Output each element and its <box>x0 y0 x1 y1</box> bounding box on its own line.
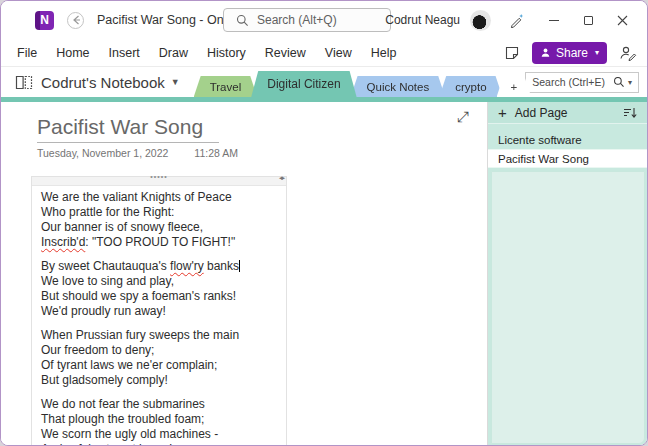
menu-items: FileHomeInsertDrawHistoryReviewViewHelp <box>17 46 396 60</box>
search-scope-chevron-icon[interactable]: ▾ <box>628 78 632 87</box>
section-tab-travel[interactable]: Travel <box>194 76 258 97</box>
titlebar-right: Codrut Neagu <box>385 1 639 39</box>
page-sidebar: + Add Page Licente softwarePacifist War … <box>487 102 647 446</box>
poem-line: We'd proudly run away! <box>41 304 286 319</box>
share-label: Share <box>556 46 588 60</box>
poem-line: Of tyrant laws we ne'er complain; <box>41 358 286 373</box>
page-canvas[interactable]: ⤢ Pacifist War Song Tuesday, November 1,… <box>1 102 487 446</box>
close-button[interactable] <box>605 5 639 35</box>
menu-bar: FileHomeInsertDrawHistoryReviewViewHelp … <box>1 39 647 67</box>
feedback-person-pen-icon[interactable] <box>619 45 637 61</box>
page-date: Tuesday, November 1, 2022 <box>37 147 168 159</box>
maximize-icon <box>584 16 593 25</box>
pen-icon <box>508 12 524 28</box>
minimize-icon <box>549 20 559 21</box>
note-container[interactable]: ••••• ◂▸ We are the valiant Knights of P… <box>31 176 287 446</box>
poem-line: By sweet Chautauqua's flow'ry banks <box>41 259 286 274</box>
notebook-name[interactable]: Codrut's Notebook <box>41 74 165 91</box>
poem-stanza: We do not fear the submarinesThat plough… <box>41 397 286 446</box>
sort-pages-icon[interactable] <box>623 107 637 119</box>
sticky-notes-icon[interactable] <box>504 45 520 61</box>
notebook-icon <box>15 75 33 90</box>
full-page-view-icon[interactable]: ⤢ <box>457 108 469 126</box>
section-tab-digital-citizen[interactable]: Digital Citizen <box>251 71 356 97</box>
title-underline <box>37 142 219 143</box>
section-search-placeholder: Search (Ctrl+E) <box>532 76 613 88</box>
note-container-handle[interactable]: ••••• ◂▸ <box>32 177 286 186</box>
section-tab-quick-notes[interactable]: Quick Notes <box>351 76 446 97</box>
pen-mode-button[interactable] <box>505 9 527 31</box>
title-bar: N Pacifist War Song - OneNote Search (Al… <box>1 1 647 39</box>
account-name[interactable]: Codrut Neagu <box>385 13 460 27</box>
share-person-icon <box>540 47 551 58</box>
poem-line: And safely stay at home! <box>41 442 286 446</box>
poem-line: Who prattle for the Right: <box>41 205 286 220</box>
poem-line: But gladsomely comply! <box>41 373 286 388</box>
search-icon <box>236 14 249 27</box>
poem-line: Our banner is of snowy fleece, <box>41 220 286 235</box>
menu-bar-right: Share ▾ <box>504 42 637 64</box>
menu-item-file[interactable]: File <box>17 46 37 60</box>
text-caret <box>239 260 240 272</box>
poem-stanza: We are the valiant Knights of PeaceWho p… <box>41 190 286 250</box>
poem-line: We scorn the ugly old machines - <box>41 427 286 442</box>
add-page-label: Add Page <box>515 106 623 120</box>
poem-line: That plough the troubled foam; <box>41 412 286 427</box>
section-search-box[interactable]: Search (Ctrl+E) ▾ <box>525 72 639 93</box>
back-button[interactable] <box>67 12 84 29</box>
minimize-button[interactable] <box>537 5 571 35</box>
titlebar-search-placeholder: Search (Alt+Q) <box>257 13 337 27</box>
poem-line: We are the valiant Knights of Peace <box>41 190 286 205</box>
misspelled-word: Inscrib'd <box>41 235 85 249</box>
share-chevron-icon: ▾ <box>595 48 599 57</box>
page-title[interactable]: Pacifist War Song <box>37 115 487 139</box>
page-time: 11:28 AM <box>194 147 238 159</box>
onenote-app-icon: N <box>35 11 54 30</box>
notebook-dropdown-icon[interactable]: ▼ <box>171 77 180 87</box>
share-button[interactable]: Share ▾ <box>532 42 607 64</box>
poem-line: When Prussian fury sweeps the main <box>41 328 286 343</box>
note-body[interactable]: We are the valiant Knights of PeaceWho p… <box>32 186 286 446</box>
poem-line: We love to sing and play, <box>41 274 286 289</box>
search-icon <box>613 76 625 88</box>
menu-item-history[interactable]: History <box>207 46 246 60</box>
page-list-item[interactable]: Licente software <box>488 130 647 149</box>
main-area: ⤢ Pacifist War Song Tuesday, November 1,… <box>1 102 647 446</box>
misspelled-word: flow'ry <box>170 259 204 273</box>
onenote-window: N Pacifist War Song - OneNote Search (Al… <box>0 0 648 446</box>
poem-line: Our freedom to deny; <box>41 343 286 358</box>
add-page-button[interactable]: + Add Page <box>488 102 647 124</box>
plus-icon: + <box>498 104 507 121</box>
poem-line: Inscrib'd: "TOO PROUD TO FIGHT!" <box>41 235 286 250</box>
menu-item-view[interactable]: View <box>325 46 352 60</box>
page-list-empty-area[interactable] <box>491 171 645 444</box>
menu-item-review[interactable]: Review <box>265 46 306 60</box>
menu-item-insert[interactable]: Insert <box>109 46 140 60</box>
titlebar-search-box[interactable]: Search (Alt+Q) <box>223 8 391 32</box>
menu-item-home[interactable]: Home <box>56 46 89 60</box>
back-arrow-icon <box>71 15 81 25</box>
section-tabs: TravelDigital CitizenQuick Notescrypto+ <box>194 67 526 97</box>
poem-line: But should we spy a foeman's ranks! <box>41 289 286 304</box>
page-list: Licente softwarePacifist War Song <box>488 130 647 168</box>
menu-item-help[interactable]: Help <box>371 46 397 60</box>
user-avatar[interactable] <box>470 10 491 31</box>
section-tab-crypto[interactable]: crypto <box>439 76 502 97</box>
maximize-button[interactable] <box>571 5 605 35</box>
poem-stanza: By sweet Chautauqua's flow'ry banksWe lo… <box>41 259 286 319</box>
move-handle-icon: ••••• <box>150 173 167 180</box>
poem-line: We do not fear the submarines <box>41 397 286 412</box>
close-icon <box>617 15 628 26</box>
resize-handle-icon[interactable]: ◂▸ <box>279 174 284 182</box>
page-date-row: Tuesday, November 1, 2022 11:28 AM <box>37 147 487 159</box>
poem-stanza: When Prussian fury sweeps the mainOur fr… <box>41 328 286 388</box>
notebook-bar: Codrut's Notebook ▼ TravelDigital Citize… <box>1 67 647 97</box>
menu-item-draw[interactable]: Draw <box>159 46 188 60</box>
page-list-item[interactable]: Pacifist War Song <box>488 149 647 168</box>
